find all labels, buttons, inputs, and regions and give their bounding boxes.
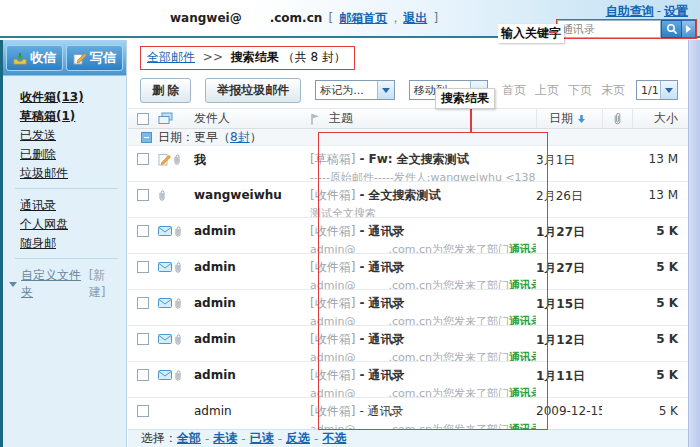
column-header-size[interactable]: 大小 [632, 109, 688, 128]
subject-title[interactable]: - 全文搜索测试 [359, 188, 440, 202]
subject-title[interactable]: - 通讯录 [359, 368, 404, 382]
row-checkbox[interactable] [137, 189, 149, 201]
subject-cell[interactable]: [收件箱]- 通讯录 admin@ .com.cn为您发来了部门通讯录... [310, 290, 536, 325]
mail-stack-icon[interactable] [158, 112, 173, 125]
select-link-3[interactable]: 反选 [286, 430, 310, 447]
last-page-link[interactable]: 末页 [601, 82, 625, 99]
mail-size: 13 M [632, 146, 688, 181]
first-page-link[interactable]: 首页 [502, 82, 526, 99]
mark-as-select[interactable]: 标记为... [315, 80, 394, 100]
sidebar-folder-2[interactable]: 已发送 [20, 126, 126, 145]
report-spam-button[interactable]: 举报垃圾邮件 [205, 78, 301, 103]
search-button[interactable] [661, 20, 682, 38]
selection-footer: 选择： 全部-未读-已读-反选-不选 [128, 429, 688, 447]
select-all-checkbox[interactable] [137, 113, 149, 125]
preview-text: admin@ .com.cn为您发来了部门通讯录... [310, 350, 536, 361]
subject-cell[interactable]: [草稿箱]- Fw: 全文搜索测试 -----原始邮件-----发件人:wang… [310, 146, 536, 181]
row-checkbox[interactable] [137, 261, 149, 273]
mail-row[interactable]: admin [收件箱]- 通讯录 admin@ .com.cn为您发来了部门通讯… [128, 290, 688, 326]
prev-page-link[interactable]: 上页 [535, 82, 559, 99]
subject-title[interactable]: - 通讯录 [359, 260, 404, 274]
row-checkbox[interactable] [137, 225, 149, 237]
magnifier-icon [666, 23, 678, 35]
subject-title[interactable]: - 通讯录 [359, 296, 404, 310]
subject-title[interactable]: - 通讯录 [359, 332, 404, 346]
mail-row[interactable]: 我 [草稿箱]- Fw: 全文搜索测试 -----原始邮件-----发件人:wa… [128, 146, 688, 182]
mail-row[interactable]: admin [收件箱]- 通讯录 admin@ .com.cn为您发来了部门通讯… [128, 218, 688, 254]
settings-link[interactable]: 设置 [664, 4, 688, 18]
compose-mail-button[interactable]: 写信 [66, 45, 123, 71]
subject-cell[interactable]: [收件箱]- 通讯录 admin@ .com.cn为您发来了部门通讯录... [310, 254, 536, 289]
sender[interactable]: admin [194, 290, 310, 325]
all-mail-link[interactable]: 全部邮件 [147, 50, 195, 64]
row-checkbox[interactable] [137, 405, 149, 417]
select-link-0[interactable]: 全部 [177, 430, 201, 447]
next-page-link[interactable]: 下页 [568, 82, 592, 99]
sidebar-tool-2[interactable]: 随身邮 [20, 234, 126, 253]
column-header-date[interactable]: 日期 [549, 110, 573, 127]
row-checkbox[interactable] [137, 369, 149, 381]
sidebar-folder-1[interactable]: 草稿箱(1) [20, 107, 126, 126]
sender[interactable]: 我 [194, 146, 310, 181]
column-header-sender[interactable]: 发件人 [194, 109, 310, 128]
select-link-1[interactable]: 未读 [213, 430, 237, 447]
logout-link[interactable]: 退出 [403, 11, 427, 25]
flag-icon[interactable] [310, 113, 320, 125]
row-checkbox[interactable] [137, 297, 149, 309]
row-checkbox[interactable] [137, 333, 149, 345]
sender[interactable]: admin [194, 218, 310, 253]
subject-title[interactable]: - Fw: 全文搜索测试 [359, 152, 468, 166]
sender[interactable]: admin [194, 254, 310, 289]
chevron-down-icon[interactable] [9, 282, 17, 287]
separator: - [314, 432, 318, 446]
sort-descending-icon[interactable] [577, 114, 586, 124]
subject-cell[interactable]: [收件箱]- 通讯录 admin@ .com.cn为您发来了部门通讯录... [310, 218, 536, 253]
sidebar-folder-4[interactable]: 垃圾邮件 [20, 164, 126, 183]
sender[interactable]: wangweiwhu [194, 182, 310, 217]
mail-size: 5 K [632, 362, 688, 397]
clip-cell [602, 398, 632, 433]
search-input[interactable] [557, 20, 661, 38]
preview-plain: admin@ .com.cn为您发来了部门 [310, 387, 509, 397]
search-options-button[interactable] [682, 20, 696, 38]
sidebar-folder-3[interactable]: 已删除 [20, 145, 126, 164]
mailbox-home-link[interactable]: 邮箱首页 [339, 11, 387, 25]
receive-mail-button[interactable]: 收信 [6, 45, 63, 71]
row-checkbox[interactable] [137, 153, 149, 165]
mail-size: 5 K [632, 254, 688, 289]
select-link-2[interactable]: 已读 [250, 430, 274, 447]
mail-row[interactable]: admin [收件箱]- 通讯录 admin@ .com.cn为您发来了部门通讯… [128, 326, 688, 362]
mail-row[interactable]: admin [收件箱]- 通讯录 admin@ .com.cn为您发来了部门通讯… [128, 254, 688, 290]
collapse-group-icon[interactable] [141, 132, 152, 143]
mail-date: 1月11日 [536, 362, 602, 397]
scrollbar[interactable] [688, 40, 700, 447]
group-count-link[interactable]: 8封 [230, 129, 250, 146]
mail-date: 2009-12-15 [536, 398, 602, 433]
subject-cell[interactable]: [收件箱]- 通讯录 admin@ .com.cn为您发来了部门通讯录... [310, 326, 536, 361]
group-label: 日期：更早 [158, 129, 218, 146]
subject-title[interactable]: - 通讯录 [359, 404, 403, 418]
sender[interactable]: admin [194, 362, 310, 397]
delete-button[interactable]: 删 除 [140, 78, 191, 103]
sidebar-tool-1[interactable]: 个人网盘 [20, 215, 126, 234]
sidebar-folder-0[interactable]: 收件箱(13) [20, 88, 126, 107]
sender[interactable]: admin [194, 398, 310, 433]
subject-cell[interactable]: [收件箱]- 全文搜索测试 测试全文搜索 [310, 182, 536, 217]
sender[interactable]: admin [194, 326, 310, 361]
mail-size: 5 K [632, 398, 688, 433]
page-number-select[interactable]: 1/1 [636, 80, 678, 100]
mail-row[interactable]: wangweiwhu [收件箱]- 全文搜索测试 测试全文搜索 2月26日 13… [128, 182, 688, 218]
select-link-4[interactable]: 不选 [322, 430, 346, 447]
keyword-annotation-label: 输入关键字 [498, 24, 564, 43]
subject-cell[interactable]: [收件箱]- 通讯录 admin@ .com.cn为您发来了部门通讯录... [310, 362, 536, 397]
self-service-link[interactable]: 自助查询 [606, 4, 654, 18]
column-header-subject[interactable]: 主题 [329, 110, 353, 127]
preview-plain: admin@ .com.cn为您发来了部门 [310, 279, 509, 289]
subject-title[interactable]: - 通讯录 [359, 224, 404, 238]
attachment-column-icon[interactable] [613, 112, 622, 125]
new-folder-link[interactable]: [新建] [89, 267, 120, 301]
mail-row[interactable]: admin [收件箱]- 通讯录 admin@ .com.cn为您发来了部门通讯… [128, 362, 688, 398]
sidebar-tool-0[interactable]: 通讯录 [20, 196, 126, 215]
custom-folder-link[interactable]: 自定义文件夹 [21, 267, 89, 301]
subject-cell[interactable]: [收件箱]- 通讯录 admin@ .com.cn为您发来了部门通讯录... [310, 398, 536, 433]
